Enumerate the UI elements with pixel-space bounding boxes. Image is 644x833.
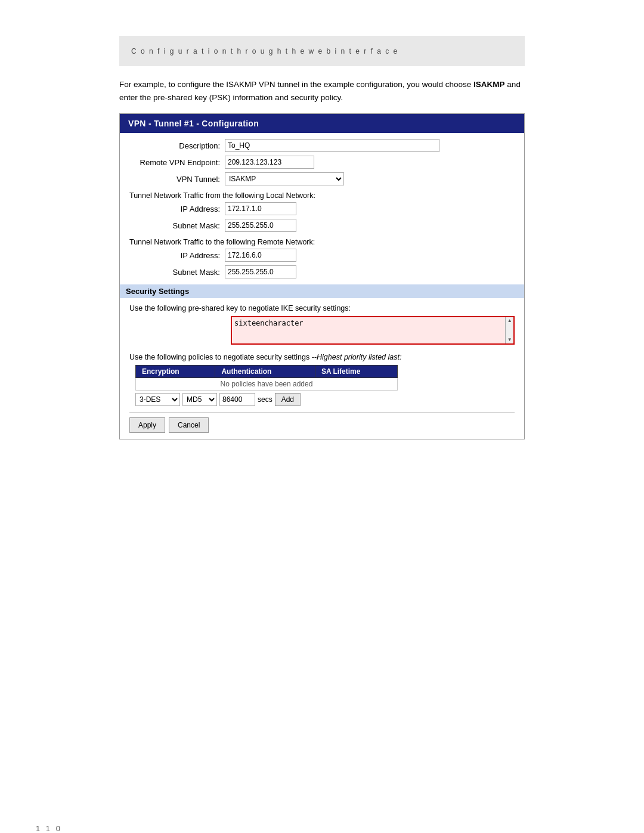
remote-ip-label: IP Address: [129,251,225,260]
policies-instruction-italic: Highest priority listed last: [317,353,401,361]
policies-instruction-text: Use the following policies to negotiate … [129,353,317,361]
add-policy-row: 3-DES DES AES-128 AES-256 MD5 SHA1 secs … [135,393,515,406]
lifetime-input[interactable] [219,393,255,406]
psk-textarea-wrapper: ▲ ▼ [231,316,515,345]
local-ip-row: IP Address: [129,202,515,215]
psk-row: ▲ ▼ [129,316,515,345]
lifetime-unit-label: secs [258,395,273,404]
auth-select[interactable]: MD5 SHA1 [182,393,217,406]
col-sa-lifetime: SA Lifetime [315,366,397,378]
scrollbar-up-arrow: ▲ [507,318,513,324]
remote-ip-row: IP Address: [129,249,515,262]
intro-bold: ISAKMP [473,80,505,89]
security-settings-bar: Security Settings [120,284,524,298]
local-mask-label: Subnet Mask: [129,221,225,230]
scrollbar-down-arrow: ▼ [507,337,513,343]
add-policy-button[interactable]: Add [275,393,301,406]
local-mask-row: Subnet Mask: [129,219,515,232]
banner-label: C o n f i g u r a t i o n t h r o u g h … [131,47,398,55]
action-row: Apply Cancel [129,412,515,433]
apply-button[interactable]: Apply [129,417,165,433]
remote-ip-input[interactable] [225,249,296,262]
security-settings-label: Security Settings [126,287,189,296]
local-ip-label: IP Address: [129,205,225,213]
content-area: For example, to configure the ISAKMP VPN… [119,66,525,439]
page-wrapper: C o n f i g u r a t i o n t h r o u g h … [0,36,644,833]
psk-scrollbar: ▲ ▼ [505,317,513,343]
vpn-tunnel-select[interactable]: ISAKMP [225,172,344,185]
policies-label: Use the following policies to negotiate … [129,353,515,361]
remote-endpoint-input[interactable] [225,156,314,169]
intro-paragraph: For example, to configure the ISAKMP VPN… [119,78,525,104]
remote-mask-label: Subnet Mask: [129,268,225,277]
col-authentication: Authentication [215,366,315,378]
vpn-panel-body: Description: Remote VPN Endpoint: VPN Tu… [120,133,524,439]
remote-mask-input[interactable] [225,265,296,278]
remote-endpoint-label: Remote VPN Endpoint: [129,158,225,167]
col-encryption: Encryption [136,366,215,378]
page-number: 1 1 0 [36,824,62,833]
local-network-heading: Tunnel Network Traffic from the followin… [129,191,515,200]
psk-instruction: Use the following pre-shared key to nego… [129,304,515,312]
description-row: Description: [129,139,515,152]
cancel-button[interactable]: Cancel [169,417,209,433]
policies-section: Use the following policies to negotiate … [129,353,515,406]
vpn-panel-title: VPN - Tunnel #1 - Configuration [128,119,259,128]
policies-table: Encryption Authentication SA Lifetime No… [135,365,398,391]
remote-endpoint-row: Remote VPN Endpoint: [129,156,515,169]
vpn-panel-header: VPN - Tunnel #1 - Configuration [120,114,524,133]
top-banner: C o n f i g u r a t i o n t h r o u g h … [119,36,525,66]
encryption-select[interactable]: 3-DES DES AES-128 AES-256 [135,393,180,406]
policies-table-header-row: Encryption Authentication SA Lifetime [136,366,398,378]
vpn-tunnel-row: VPN Tunnel: ISAKMP [129,172,515,185]
no-policies-text: No policies have been added [136,378,398,391]
description-label: Description: [129,141,225,150]
local-network-section: Tunnel Network Traffic from the followin… [129,191,515,232]
local-mask-input[interactable] [225,219,296,232]
remote-mask-row: Subnet Mask: [129,265,515,278]
intro-text1: For example, to configure the ISAKMP VPN… [119,80,473,89]
description-input[interactable] [225,139,439,152]
remote-network-section: Tunnel Network Traffic to the following … [129,238,515,278]
no-policies-row: No policies have been added [136,378,398,391]
vpn-tunnel-label: VPN Tunnel: [129,175,225,184]
psk-textarea[interactable] [232,317,505,343]
vpn-panel: VPN - Tunnel #1 - Configuration Descript… [119,113,525,439]
local-ip-input[interactable] [225,202,296,215]
remote-network-heading: Tunnel Network Traffic to the following … [129,238,515,246]
